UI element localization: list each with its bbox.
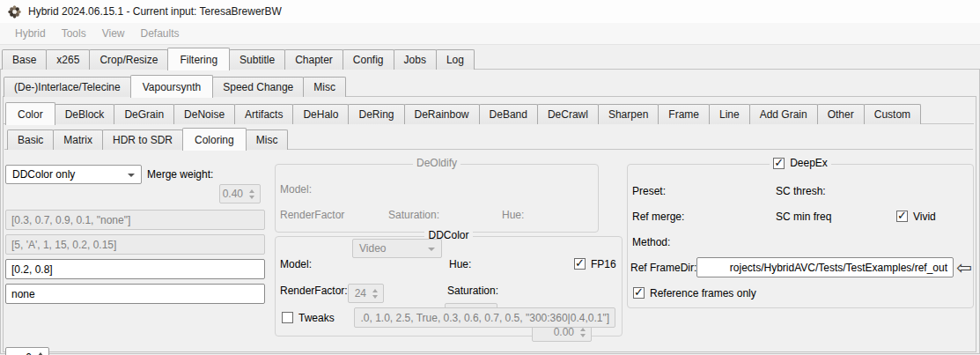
tab-vapoursynth[interactable]: Vapoursynth — [130, 75, 214, 98]
tab-other[interactable]: Other — [817, 104, 865, 124]
menu-defaults[interactable]: Defaults — [133, 25, 188, 42]
ref-framedir-back-button[interactable]: ⇦ — [956, 258, 972, 277]
app-window: Hybrid 2024.06.15.1 - Current input: Ter… — [0, 0, 980, 355]
filtering-tab-bar: (De-)Interlace/Telecine Vapoursynth Spee… — [4, 76, 345, 97]
tweaks-value-field: .0, 1.0, 2.5, True, 0.3, 0.6, 0.7, 0.5, … — [354, 307, 615, 328]
deoldify-saturation-label: Saturation: — [388, 209, 439, 221]
deoldify-group-title: DeOldify — [276, 157, 598, 169]
tab-artifacts[interactable]: Artifacts — [234, 104, 293, 124]
tab-subtitle[interactable]: Subtitle — [229, 49, 285, 70]
ddcolor-saturation-label: Saturation: — [447, 285, 498, 297]
spinner-arrows-icon[interactable] — [34, 348, 47, 355]
deoldify-renderfactor-spinner: 24 — [348, 284, 384, 303]
coloring-param-field-3[interactable]: [0.2, 0.8] — [5, 259, 265, 279]
deoldify-hue-label: Hue: — [502, 209, 524, 221]
tab-coloring[interactable]: Coloring — [182, 128, 247, 151]
coloring-param-field-1: [0.3, 0.7, 0.9, 0.1, "none"] — [5, 210, 265, 230]
tab-degrain[interactable]: DeGrain — [114, 104, 174, 124]
main-tab-bar: Base x265 Crop/Resize Filtering Subtitle… — [2, 48, 474, 70]
reference-frames-only-checkbox[interactable] — [633, 287, 645, 299]
vivid-label: Vivid — [913, 211, 936, 223]
tab-color[interactable]: Color — [5, 102, 55, 125]
tab-deband[interactable]: DeBand — [479, 104, 538, 124]
chevron-down-icon — [128, 174, 135, 177]
title-bar: Hybrid 2024.06.15.1 - Current input: Ter… — [0, 0, 980, 23]
tab-basic[interactable]: Basic — [7, 129, 54, 150]
ddcolor-model-label: Model: — [280, 258, 312, 270]
coloring-param-field-2: [5, 'A', 1, 15, 0.2, 0.15] — [5, 234, 265, 255]
reference-frames-only-label: Reference frames only — [650, 287, 756, 300]
ddcolor-renderfactor-label: RenderFactor: — [280, 285, 348, 297]
tab-line[interactable]: Line — [709, 104, 750, 124]
tab-jobs[interactable]: Jobs — [394, 49, 437, 70]
tab-deblock[interactable]: DeBlock — [55, 104, 115, 124]
vivid-checkbox[interactable] — [896, 211, 908, 222]
tab-crop-resize[interactable]: Crop/Resize — [89, 49, 168, 70]
tab-matrix[interactable]: Matrix — [53, 129, 103, 150]
tab-custom[interactable]: Custom — [864, 104, 921, 124]
tab-color-misc[interactable]: Misc — [246, 129, 289, 150]
coloring-param-field-4[interactable]: none — [5, 284, 265, 304]
spinner-arrows-icon — [369, 285, 381, 302]
deepex-preset-label: Preset: — [632, 185, 666, 197]
fp16-checkbox[interactable] — [574, 258, 586, 270]
tab-dehalo[interactable]: DeHalo — [292, 104, 349, 124]
tab-denoise[interactable]: DeNoise — [173, 104, 235, 124]
tab-filtering-misc[interactable]: Misc — [303, 77, 346, 97]
deepex-enable-checkbox[interactable] — [773, 158, 785, 169]
spinner-arrows-icon — [246, 185, 258, 203]
color-tab-bar: Basic Matrix HDR to SDR Coloring Misc — [7, 129, 287, 150]
deepex-sc-thresh-label: SC thresh: — [776, 185, 826, 197]
fp16-label: FP16 — [591, 258, 616, 270]
ddcolor-group-title: DDColor — [276, 229, 622, 241]
ref-framedir-field[interactable]: rojects/HybridAVC/Tests/TestExamples/ref… — [696, 257, 954, 277]
vapoursynth-tab-bar: Color DeBlock DeGrain DeNoise Artifacts … — [5, 103, 920, 124]
tab-dering[interactable]: DeRing — [348, 104, 404, 124]
tab-filtering[interactable]: Filtering — [167, 48, 230, 70]
tab-speed-change[interactable]: Speed Change — [212, 77, 304, 97]
deepex-method-label: Method: — [632, 236, 670, 248]
tweaks-checkbox[interactable] — [282, 312, 293, 323]
tab-log[interactable]: Log — [436, 49, 475, 70]
tab-derainbow[interactable]: DeRainbow — [404, 104, 480, 124]
deepex-ref-framedir-label: Ref FrameDir: — [630, 262, 696, 274]
ddcolor-hue-label: Hue: — [449, 258, 471, 270]
tab-chapter[interactable]: Chapter — [284, 49, 343, 70]
tab-config[interactable]: Config — [343, 49, 394, 70]
deepex-ref-merge-label: Ref merge: — [632, 211, 684, 223]
tab-decrawl[interactable]: DeCrawl — [537, 104, 599, 124]
deoldify-model-select: Video — [352, 239, 442, 258]
merge-weight-spinner: 0.40 — [219, 184, 261, 203]
chevron-down-icon — [428, 248, 435, 251]
merge-weight-label: Merge weight: — [147, 168, 213, 181]
deoldify-model-label: Model: — [280, 183, 312, 196]
app-flower-icon — [8, 5, 21, 18]
deepex-group-title: DeepEx — [628, 157, 973, 169]
deoldify-renderfactor-label: RenderFactor — [280, 209, 344, 221]
menu-tools[interactable]: Tools — [54, 25, 94, 42]
window-title: Hybrid 2024.06.15.1 - Current input: Ter… — [28, 5, 282, 18]
tweaks-label: Tweaks — [298, 312, 335, 324]
coloring-mode-select[interactable]: DDColor only — [5, 165, 142, 184]
tab-base[interactable]: Base — [2, 49, 47, 70]
deepex-sc-min-freq-label: SC min freq — [776, 211, 831, 223]
tab-add-grain[interactable]: Add Grain — [749, 104, 818, 124]
menu-bar: Hybrid Tools View Defaults — [0, 23, 980, 45]
left-arrow-icon: ⇦ — [956, 257, 972, 277]
coloring-param-spinner[interactable]: 0 — [5, 347, 49, 355]
tab-x265[interactable]: x265 — [46, 49, 90, 70]
tab-frame[interactable]: Frame — [658, 104, 710, 124]
tab-hdr-to-sdr[interactable]: HDR to SDR — [102, 129, 183, 150]
tab-deinterlace-telecine[interactable]: (De-)Interlace/Telecine — [4, 77, 131, 97]
tab-sharpen[interactable]: Sharpen — [598, 104, 659, 124]
menu-view[interactable]: View — [94, 25, 133, 42]
menu-hybrid[interactable]: Hybrid — [7, 25, 54, 42]
